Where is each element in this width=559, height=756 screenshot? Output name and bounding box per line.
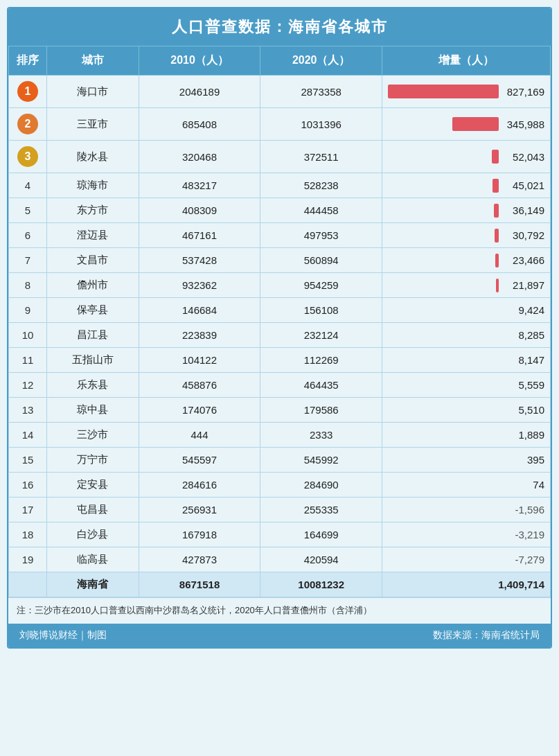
- bar-container: 1,409,714: [388, 579, 544, 590]
- rank-cell: 4: [9, 173, 47, 198]
- rank-cell: 16: [9, 473, 47, 498]
- city-cell: 文昌市: [47, 248, 139, 273]
- table-row: 6澄迈县46716149795330,792: [9, 223, 551, 248]
- table-body: 1海口市20461892873358827,1692三亚市68540810313…: [9, 76, 551, 597]
- increase-bar: [452, 117, 499, 131]
- increase-value: 52,043: [503, 151, 544, 163]
- increase-value: 827,169: [503, 86, 544, 98]
- pop2020-cell: 255335: [260, 498, 382, 522]
- city-cell: 陵水县: [47, 141, 139, 173]
- increase-value: 45,021: [503, 179, 544, 191]
- rank-badge-2: 2: [17, 114, 38, 134]
- increase-cell: 1,409,714: [382, 572, 551, 597]
- table-row: 海南省8671518100812321,409,714: [9, 572, 551, 597]
- bar-container: 8,285: [388, 329, 544, 341]
- pop2010-cell: 932362: [139, 273, 260, 298]
- pop2010-cell: 174076: [139, 398, 260, 423]
- bar-container: 345,988: [388, 117, 544, 131]
- table-row: 17屯昌县256931255335-1,596: [9, 498, 551, 522]
- city-cell: 三亚市: [47, 108, 139, 141]
- bar-container: 1,889: [388, 429, 544, 441]
- increase-bar: [496, 279, 499, 292]
- increase-value: 74: [503, 479, 544, 491]
- table-row: 2三亚市6854081031396345,988: [9, 108, 551, 141]
- table-row: 1海口市20461892873358827,169: [9, 76, 551, 108]
- pop2020-cell: 420594: [260, 547, 382, 572]
- increase-cell: 8,147: [382, 348, 551, 373]
- pop2020-cell: 497953: [260, 223, 382, 248]
- increase-cell: 21,897: [382, 273, 551, 298]
- header-city: 城市: [47, 46, 139, 76]
- rank-number: 6: [25, 229, 30, 241]
- pop2010-cell: 537428: [139, 248, 260, 273]
- header-pop2020: 2020（人）: [260, 46, 382, 76]
- rank-number: 7: [25, 254, 30, 266]
- table-row: 16定安县28461628469074: [9, 473, 551, 498]
- rank-cell: 15: [9, 448, 47, 473]
- increase-bar: [495, 254, 499, 267]
- city-cell: 屯昌县: [47, 498, 139, 522]
- title: 人口普查数据：海南省各城市: [8, 8, 551, 46]
- increase-bar: [493, 179, 499, 193]
- pop2010-cell: 104122: [139, 348, 260, 373]
- rank-number: 15: [22, 454, 34, 466]
- pop2020-cell: 156108: [260, 298, 382, 323]
- pop2020-cell: 372511: [260, 141, 382, 173]
- rank-number: 18: [22, 529, 34, 540]
- increase-cell: 36,149: [382, 198, 551, 223]
- bar-container: -7,279: [388, 554, 544, 565]
- footer-bottom: 刘晓博说财经｜制图 数据来源：海南省统计局: [8, 624, 551, 647]
- pop2020-cell: 284690: [260, 473, 382, 498]
- rank-cell: 5: [9, 198, 47, 223]
- table-row: 3陵水县32046837251152,043: [9, 141, 551, 173]
- pop2010-cell: 408309: [139, 198, 260, 223]
- increase-cell: 345,988: [382, 108, 551, 141]
- rank-number: 8: [25, 279, 30, 291]
- pop2020-cell: 10081232: [260, 572, 382, 597]
- increase-cell: 5,510: [382, 398, 551, 423]
- rank-number: 4: [25, 179, 30, 191]
- pop2010-cell: 458876: [139, 373, 260, 398]
- bar-container: 9,424: [388, 304, 544, 316]
- increase-cell: 8,285: [382, 323, 551, 348]
- rank-cell: 12: [9, 373, 47, 398]
- increase-cell: 74: [382, 473, 551, 498]
- increase-value: 30,792: [503, 229, 544, 241]
- increase-value: 1,889: [503, 429, 544, 441]
- increase-cell: 45,021: [382, 173, 551, 198]
- pop2010-cell: 8671518: [139, 572, 260, 597]
- bar-container: 52,043: [388, 150, 544, 164]
- table-row: 19临高县427873420594-7,279: [9, 547, 551, 572]
- pop2020-cell: 444458: [260, 198, 382, 223]
- pop2010-cell: 467161: [139, 223, 260, 248]
- bar-container: 45,021: [388, 179, 544, 193]
- city-cell: 万宁市: [47, 448, 139, 473]
- rank-number: 13: [22, 404, 34, 416]
- increase-value: 395: [503, 454, 544, 466]
- rank-badge-3: 3: [17, 146, 38, 167]
- table-row: 4琼海市48321752823845,021: [9, 173, 551, 198]
- bar-container: 74: [388, 479, 544, 491]
- increase-value: 345,988: [503, 118, 544, 130]
- pop2010-cell: 483217: [139, 173, 260, 198]
- rank-number: 16: [22, 479, 34, 491]
- city-cell: 三沙市: [47, 423, 139, 448]
- increase-cell: 5,559: [382, 373, 551, 398]
- bar-container: 5,510: [388, 404, 544, 416]
- increase-bar: [388, 85, 499, 98]
- pop2020-cell: 112269: [260, 348, 382, 373]
- city-cell: 定安县: [47, 473, 139, 498]
- rank-number: 9: [25, 304, 30, 316]
- pop2020-cell: 164699: [260, 522, 382, 547]
- increase-value: -1,596: [503, 504, 544, 516]
- rank-cell: 7: [9, 248, 47, 273]
- city-cell: 澄迈县: [47, 223, 139, 248]
- rank-number: 17: [22, 504, 34, 516]
- rank-number: 19: [22, 554, 34, 565]
- increase-cell: -3,219: [382, 522, 551, 547]
- rank-cell: 8: [9, 273, 47, 298]
- header-pop2010: 2010（人）: [139, 46, 260, 76]
- rank-cell: 17: [9, 498, 47, 522]
- pop2010-cell: 427873: [139, 547, 260, 572]
- table-row: 15万宁市545597545992395: [9, 448, 551, 473]
